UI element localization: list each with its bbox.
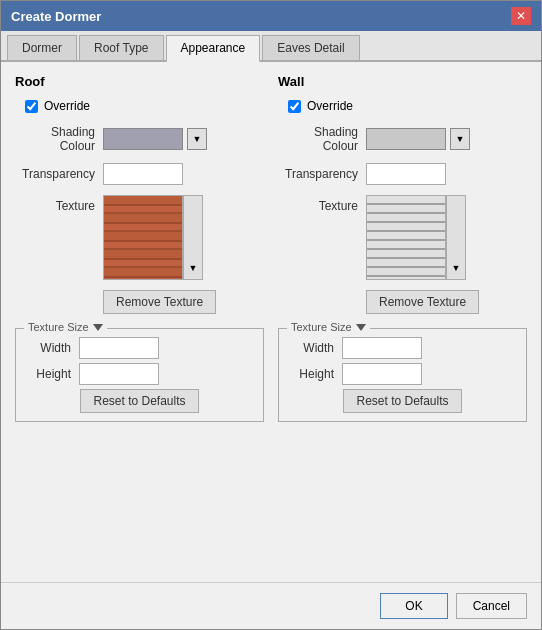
roof-color-select: ▼ [103, 128, 207, 150]
wall-color-select: ▼ [366, 128, 470, 150]
wall-shading-row: Shading Colour ▼ [278, 125, 527, 153]
close-button[interactable]: ✕ [511, 7, 531, 25]
roof-transparency-row: Transparency 25 % [15, 163, 264, 185]
wall-height-label: Height [289, 367, 334, 381]
dialog-title: Create Dormer [11, 9, 101, 24]
wall-shading-label: Shading Colour [278, 125, 358, 153]
bottom-bar: OK Cancel [1, 582, 541, 629]
roof-texture-box[interactable] [103, 195, 183, 280]
wall-width-input[interactable]: 1000.00 [342, 337, 422, 359]
columns: Roof Override Shading Colour ▼ Transpare… [15, 74, 527, 570]
roof-override-row: Override [25, 99, 264, 113]
roof-texture-size-group: Texture Size Width 1000.00 Height 1000.0… [15, 328, 264, 422]
tab-rooftype[interactable]: Roof Type [79, 35, 163, 60]
wall-texture-preview [367, 196, 445, 279]
roof-transparency-input[interactable]: 25 % [103, 163, 183, 185]
wall-override-label: Override [307, 99, 353, 113]
roof-shading-row: Shading Colour ▼ [15, 125, 264, 153]
roof-reset-button[interactable]: Reset to Defaults [80, 389, 198, 413]
wall-color-box[interactable] [366, 128, 446, 150]
roof-shading-label: Shading Colour [15, 125, 95, 153]
roof-height-input[interactable]: 1000.00 [79, 363, 159, 385]
content-area: Roof Override Shading Colour ▼ Transpare… [1, 62, 541, 582]
wall-color-dropdown[interactable]: ▼ [450, 128, 470, 150]
wall-texture-size-group: Texture Size Width 1000.00 Height 1000.0… [278, 328, 527, 422]
wall-texture-box[interactable] [366, 195, 446, 280]
roof-texture-label: Texture [15, 195, 95, 213]
roof-width-row: Width 1000.00 [26, 337, 253, 359]
wall-section-title: Wall [278, 74, 527, 89]
wall-texture-dropdown[interactable]: ▼ [446, 195, 466, 280]
wall-override-row: Override [288, 99, 527, 113]
wall-height-row: Height 1000.00 [289, 363, 516, 385]
roof-transparency-label: Transparency [15, 167, 95, 181]
roof-texture-dropdown[interactable]: ▼ [183, 195, 203, 280]
wall-texture-label: Texture [278, 195, 358, 213]
roof-remove-texture-row: Remove Texture [103, 290, 264, 314]
wall-reset-button[interactable]: Reset to Defaults [343, 389, 461, 413]
wall-texture-size-icon [356, 324, 366, 331]
roof-column: Roof Override Shading Colour ▼ Transpare… [15, 74, 264, 570]
wall-transparency-row: Transparency 0 % [278, 163, 527, 185]
wall-width-label: Width [289, 341, 334, 355]
wall-column: Wall Override Shading Colour ▼ Transpare… [278, 74, 527, 570]
tab-eavesdetail[interactable]: Eaves Detail [262, 35, 359, 60]
wall-remove-texture-button[interactable]: Remove Texture [366, 290, 479, 314]
wall-height-input[interactable]: 1000.00 [342, 363, 422, 385]
tab-appearance[interactable]: Appearance [166, 35, 261, 62]
create-dormer-dialog: Create Dormer ✕ Dormer Roof Type Appeara… [0, 0, 542, 630]
cancel-button[interactable]: Cancel [456, 593, 527, 619]
roof-texture-size-icon [93, 324, 103, 331]
wall-texture-size-label: Texture Size [291, 321, 352, 333]
wall-transparency-input[interactable]: 0 % [366, 163, 446, 185]
roof-texture-size-legend: Texture Size [24, 321, 107, 333]
wall-remove-texture-row: Remove Texture [366, 290, 527, 314]
ok-button[interactable]: OK [380, 593, 447, 619]
wall-override-checkbox[interactable] [288, 100, 301, 113]
roof-remove-texture-button[interactable]: Remove Texture [103, 290, 216, 314]
roof-texture-container: Texture ▼ [15, 195, 264, 280]
wall-transparency-label: Transparency [278, 167, 358, 181]
roof-texture-preview [104, 196, 182, 279]
roof-section-title: Roof [15, 74, 264, 89]
roof-override-label: Override [44, 99, 90, 113]
wall-width-row: Width 1000.00 [289, 337, 516, 359]
roof-height-row: Height 1000.00 [26, 363, 253, 385]
roof-texture-size-label: Texture Size [28, 321, 89, 333]
roof-height-label: Height [26, 367, 71, 381]
roof-color-box[interactable] [103, 128, 183, 150]
tab-bar: Dormer Roof Type Appearance Eaves Detail [1, 31, 541, 62]
roof-width-label: Width [26, 341, 71, 355]
wall-texture-container: Texture ▼ [278, 195, 527, 280]
wall-texture-size-legend: Texture Size [287, 321, 370, 333]
roof-width-input[interactable]: 1000.00 [79, 337, 159, 359]
roof-override-checkbox[interactable] [25, 100, 38, 113]
roof-color-dropdown[interactable]: ▼ [187, 128, 207, 150]
tab-dormer[interactable]: Dormer [7, 35, 77, 60]
title-bar: Create Dormer ✕ [1, 1, 541, 31]
